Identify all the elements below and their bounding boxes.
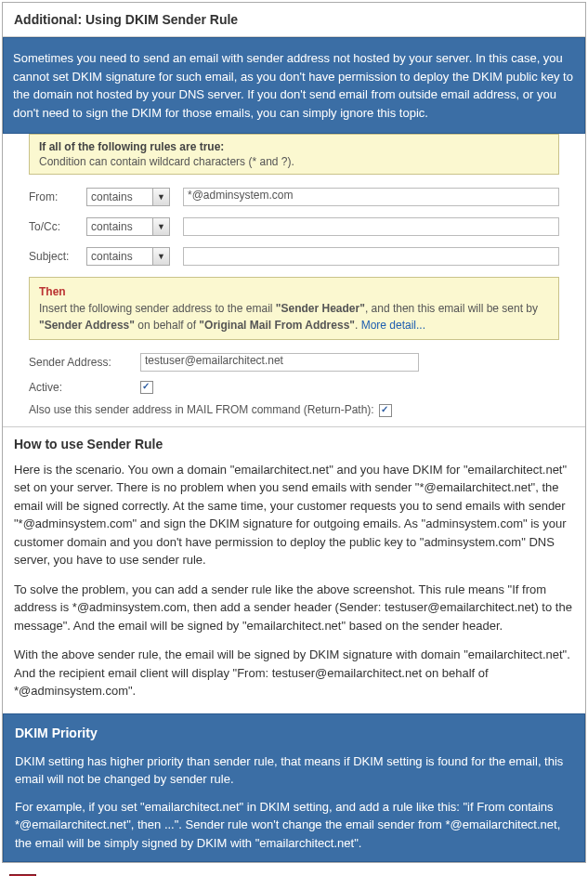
- then-text: Insert the following sender address to t…: [39, 302, 276, 315]
- operator-select[interactable]: contains ▼: [86, 217, 170, 236]
- condition-label: Subject:: [29, 250, 86, 263]
- conditions-title: If all of the following rules are true:: [39, 140, 549, 153]
- conditions-header: If all of the following rules are true: …: [29, 134, 559, 175]
- active-checkbox[interactable]: [140, 381, 153, 394]
- howto-p1: Here is the scenario. You own a domain "…: [14, 461, 574, 569]
- then-bold: "Sender Address": [39, 319, 135, 332]
- priority-p1: DKIM setting has higher priority than se…: [15, 752, 573, 789]
- condition-row-tocc: To/Cc: contains ▼: [29, 217, 559, 236]
- condition-value-input[interactable]: *@adminsystem.com: [183, 188, 559, 206]
- then-text: .: [355, 319, 361, 332]
- then-text: on behalf of: [135, 319, 199, 332]
- sender-address-row: Sender Address: testuser@emailarchitect.…: [29, 353, 559, 372]
- operator-value: contains: [87, 220, 152, 233]
- chevron-down-icon[interactable]: ▼: [152, 218, 169, 235]
- priority-p2: For example, if you set "emailarchitect.…: [15, 798, 573, 853]
- intro-note: Sometimes you need to send an email with…: [3, 37, 585, 134]
- sender-address-label: Sender Address:: [29, 356, 140, 369]
- condition-value-input[interactable]: [183, 247, 559, 266]
- condition-row-from: From: contains ▼ *@adminsystem.com: [29, 188, 559, 206]
- operator-value: contains: [87, 190, 152, 203]
- mailfrom-label: Also use this sender address in MAIL FRO…: [29, 403, 374, 416]
- mailfrom-checkbox[interactable]: [379, 404, 392, 417]
- chevron-down-icon[interactable]: ▼: [152, 189, 169, 205]
- footer: 1 https://www.emailarchitect.net/domaink…: [0, 865, 588, 876]
- conditions-subtitle: Condition can contain wildcard character…: [39, 155, 549, 168]
- mailfrom-row: Also use this sender address in MAIL FRO…: [29, 403, 559, 421]
- active-row: Active:: [29, 381, 559, 394]
- active-label: Active:: [29, 381, 140, 394]
- then-box: Then Insert the following sender address…: [29, 277, 559, 340]
- howto-body: Here is the scenario. You own a domain "…: [3, 461, 585, 713]
- sender-address-input[interactable]: testuser@emailarchitect.net: [140, 353, 419, 372]
- then-bold: "Sender Header": [276, 302, 365, 315]
- condition-row-subject: Subject: contains ▼: [29, 247, 559, 266]
- condition-value-input[interactable]: [183, 217, 559, 236]
- more-detail-link[interactable]: More detail...: [361, 319, 425, 332]
- howto-title: How to use Sender Rule: [3, 426, 585, 461]
- chevron-down-icon[interactable]: ▼: [152, 248, 169, 265]
- operator-value: contains: [87, 250, 152, 263]
- priority-title: DKIM Priority: [15, 724, 573, 743]
- priority-box: DKIM Priority DKIM setting has higher pr…: [3, 713, 585, 863]
- then-text: , and then this email will be sent by: [365, 302, 538, 315]
- then-bold: "Original Mail From Address": [199, 319, 355, 332]
- howto-p3: With the above sender rule, the email wi…: [14, 646, 574, 700]
- condition-label: From:: [29, 190, 86, 203]
- then-title: Then: [39, 283, 549, 300]
- page-title: Additional: Using DKIM Sender Rule: [3, 3, 585, 37]
- operator-select[interactable]: contains ▼: [86, 188, 170, 206]
- condition-label: To/Cc:: [29, 220, 86, 233]
- operator-select[interactable]: contains ▼: [86, 247, 170, 266]
- howto-p2: To solve the problem, you can add a send…: [14, 581, 574, 635]
- rule-editor-screenshot: If all of the following rules are true: …: [3, 134, 585, 426]
